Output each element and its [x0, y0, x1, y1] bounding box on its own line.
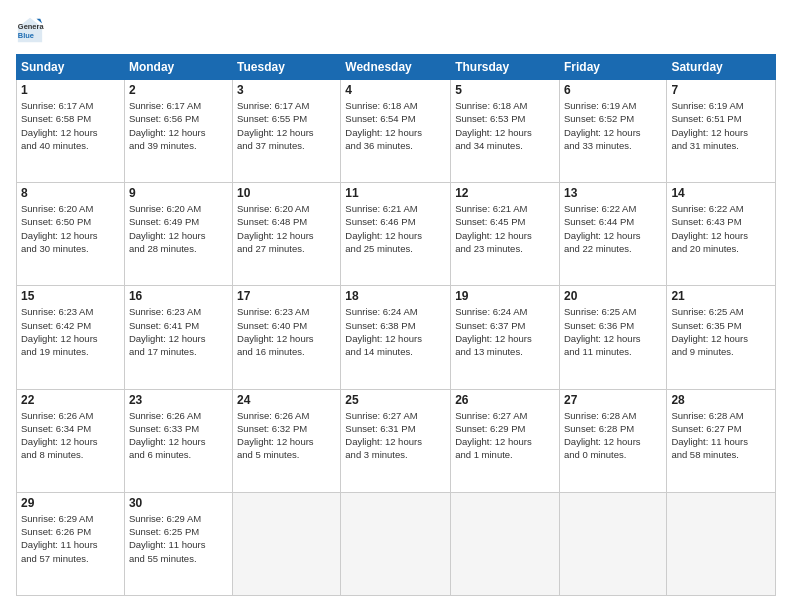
day-number: 2 [129, 83, 228, 97]
day-number: 29 [21, 496, 120, 510]
day-number: 5 [455, 83, 555, 97]
weekday-header-sunday: Sunday [17, 55, 125, 80]
svg-text:Blue: Blue [18, 31, 34, 40]
day-number: 11 [345, 186, 446, 200]
calendar-cell: 8Sunrise: 6:20 AM Sunset: 6:50 PM Daylig… [17, 183, 125, 286]
day-info: Sunrise: 6:22 AM Sunset: 6:44 PM Dayligh… [564, 202, 662, 255]
calendar-cell [667, 492, 776, 595]
calendar-cell: 11Sunrise: 6:21 AM Sunset: 6:46 PM Dayli… [341, 183, 451, 286]
day-info: Sunrise: 6:28 AM Sunset: 6:27 PM Dayligh… [671, 409, 771, 462]
day-info: Sunrise: 6:19 AM Sunset: 6:51 PM Dayligh… [671, 99, 771, 152]
day-info: Sunrise: 6:23 AM Sunset: 6:42 PM Dayligh… [21, 305, 120, 358]
day-number: 21 [671, 289, 771, 303]
day-number: 27 [564, 393, 662, 407]
calendar-cell [559, 492, 666, 595]
day-info: Sunrise: 6:27 AM Sunset: 6:31 PM Dayligh… [345, 409, 446, 462]
day-number: 9 [129, 186, 228, 200]
calendar-cell: 12Sunrise: 6:21 AM Sunset: 6:45 PM Dayli… [451, 183, 560, 286]
day-number: 8 [21, 186, 120, 200]
week-row-1: 1Sunrise: 6:17 AM Sunset: 6:58 PM Daylig… [17, 80, 776, 183]
day-info: Sunrise: 6:25 AM Sunset: 6:36 PM Dayligh… [564, 305, 662, 358]
calendar-cell [233, 492, 341, 595]
day-number: 10 [237, 186, 336, 200]
calendar-cell: 21Sunrise: 6:25 AM Sunset: 6:35 PM Dayli… [667, 286, 776, 389]
day-info: Sunrise: 6:27 AM Sunset: 6:29 PM Dayligh… [455, 409, 555, 462]
calendar-cell: 24Sunrise: 6:26 AM Sunset: 6:32 PM Dayli… [233, 389, 341, 492]
day-number: 22 [21, 393, 120, 407]
week-row-5: 29Sunrise: 6:29 AM Sunset: 6:26 PM Dayli… [17, 492, 776, 595]
day-info: Sunrise: 6:17 AM Sunset: 6:55 PM Dayligh… [237, 99, 336, 152]
calendar-cell: 16Sunrise: 6:23 AM Sunset: 6:41 PM Dayli… [124, 286, 232, 389]
day-number: 13 [564, 186, 662, 200]
day-number: 4 [345, 83, 446, 97]
logo-icon: General Blue [16, 16, 44, 44]
calendar-cell: 26Sunrise: 6:27 AM Sunset: 6:29 PM Dayli… [451, 389, 560, 492]
day-info: Sunrise: 6:25 AM Sunset: 6:35 PM Dayligh… [671, 305, 771, 358]
svg-text:General: General [18, 22, 44, 31]
calendar-cell: 19Sunrise: 6:24 AM Sunset: 6:37 PM Dayli… [451, 286, 560, 389]
calendar-cell: 2Sunrise: 6:17 AM Sunset: 6:56 PM Daylig… [124, 80, 232, 183]
calendar-cell: 30Sunrise: 6:29 AM Sunset: 6:25 PM Dayli… [124, 492, 232, 595]
calendar-cell: 22Sunrise: 6:26 AM Sunset: 6:34 PM Dayli… [17, 389, 125, 492]
calendar-cell: 28Sunrise: 6:28 AM Sunset: 6:27 PM Dayli… [667, 389, 776, 492]
calendar-cell [451, 492, 560, 595]
day-number: 24 [237, 393, 336, 407]
weekday-header-thursday: Thursday [451, 55, 560, 80]
calendar-cell: 15Sunrise: 6:23 AM Sunset: 6:42 PM Dayli… [17, 286, 125, 389]
day-number: 25 [345, 393, 446, 407]
calendar-cell: 29Sunrise: 6:29 AM Sunset: 6:26 PM Dayli… [17, 492, 125, 595]
day-number: 16 [129, 289, 228, 303]
day-info: Sunrise: 6:17 AM Sunset: 6:56 PM Dayligh… [129, 99, 228, 152]
day-number: 3 [237, 83, 336, 97]
page: General Blue SundayMondayTuesdayWednesda… [0, 0, 792, 612]
day-info: Sunrise: 6:28 AM Sunset: 6:28 PM Dayligh… [564, 409, 662, 462]
day-number: 14 [671, 186, 771, 200]
day-info: Sunrise: 6:29 AM Sunset: 6:26 PM Dayligh… [21, 512, 120, 565]
week-row-3: 15Sunrise: 6:23 AM Sunset: 6:42 PM Dayli… [17, 286, 776, 389]
day-number: 7 [671, 83, 771, 97]
weekday-header-saturday: Saturday [667, 55, 776, 80]
weekday-header-row: SundayMondayTuesdayWednesdayThursdayFrid… [17, 55, 776, 80]
day-number: 17 [237, 289, 336, 303]
calendar-cell: 6Sunrise: 6:19 AM Sunset: 6:52 PM Daylig… [559, 80, 666, 183]
day-info: Sunrise: 6:23 AM Sunset: 6:40 PM Dayligh… [237, 305, 336, 358]
calendar-cell [341, 492, 451, 595]
day-number: 6 [564, 83, 662, 97]
day-number: 19 [455, 289, 555, 303]
day-info: Sunrise: 6:21 AM Sunset: 6:46 PM Dayligh… [345, 202, 446, 255]
day-number: 28 [671, 393, 771, 407]
day-number: 20 [564, 289, 662, 303]
day-info: Sunrise: 6:19 AM Sunset: 6:52 PM Dayligh… [564, 99, 662, 152]
day-info: Sunrise: 6:20 AM Sunset: 6:49 PM Dayligh… [129, 202, 228, 255]
day-info: Sunrise: 6:22 AM Sunset: 6:43 PM Dayligh… [671, 202, 771, 255]
calendar-cell: 27Sunrise: 6:28 AM Sunset: 6:28 PM Dayli… [559, 389, 666, 492]
calendar-cell: 9Sunrise: 6:20 AM Sunset: 6:49 PM Daylig… [124, 183, 232, 286]
calendar-cell: 1Sunrise: 6:17 AM Sunset: 6:58 PM Daylig… [17, 80, 125, 183]
weekday-header-monday: Monday [124, 55, 232, 80]
calendar-cell: 4Sunrise: 6:18 AM Sunset: 6:54 PM Daylig… [341, 80, 451, 183]
day-number: 30 [129, 496, 228, 510]
day-number: 15 [21, 289, 120, 303]
day-number: 18 [345, 289, 446, 303]
day-info: Sunrise: 6:23 AM Sunset: 6:41 PM Dayligh… [129, 305, 228, 358]
weekday-header-wednesday: Wednesday [341, 55, 451, 80]
day-info: Sunrise: 6:29 AM Sunset: 6:25 PM Dayligh… [129, 512, 228, 565]
logo: General Blue [16, 16, 48, 44]
calendar-cell: 25Sunrise: 6:27 AM Sunset: 6:31 PM Dayli… [341, 389, 451, 492]
day-info: Sunrise: 6:26 AM Sunset: 6:33 PM Dayligh… [129, 409, 228, 462]
calendar-cell: 23Sunrise: 6:26 AM Sunset: 6:33 PM Dayli… [124, 389, 232, 492]
week-row-4: 22Sunrise: 6:26 AM Sunset: 6:34 PM Dayli… [17, 389, 776, 492]
day-number: 26 [455, 393, 555, 407]
day-info: Sunrise: 6:24 AM Sunset: 6:37 PM Dayligh… [455, 305, 555, 358]
calendar-cell: 5Sunrise: 6:18 AM Sunset: 6:53 PM Daylig… [451, 80, 560, 183]
day-info: Sunrise: 6:20 AM Sunset: 6:48 PM Dayligh… [237, 202, 336, 255]
calendar-cell: 18Sunrise: 6:24 AM Sunset: 6:38 PM Dayli… [341, 286, 451, 389]
calendar-cell: 13Sunrise: 6:22 AM Sunset: 6:44 PM Dayli… [559, 183, 666, 286]
day-info: Sunrise: 6:17 AM Sunset: 6:58 PM Dayligh… [21, 99, 120, 152]
calendar-cell: 20Sunrise: 6:25 AM Sunset: 6:36 PM Dayli… [559, 286, 666, 389]
day-number: 12 [455, 186, 555, 200]
day-number: 1 [21, 83, 120, 97]
day-info: Sunrise: 6:18 AM Sunset: 6:54 PM Dayligh… [345, 99, 446, 152]
day-info: Sunrise: 6:26 AM Sunset: 6:34 PM Dayligh… [21, 409, 120, 462]
header: General Blue [16, 16, 776, 44]
